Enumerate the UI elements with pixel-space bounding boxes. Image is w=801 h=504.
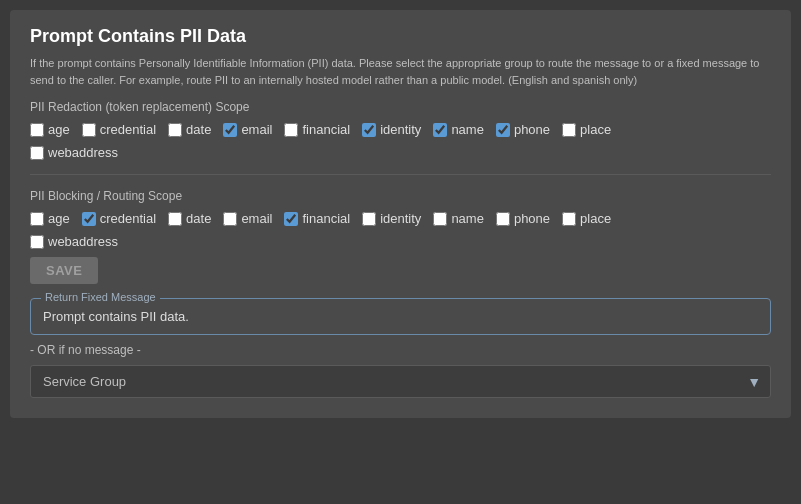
- redaction-credential-checkbox[interactable]: [82, 123, 96, 137]
- blocking-second-row: webaddress: [30, 234, 771, 249]
- redaction-email-item: email: [223, 122, 272, 137]
- blocking-date-label[interactable]: date: [186, 211, 211, 226]
- section-divider: [30, 174, 771, 175]
- service-group-select[interactable]: Service Group: [30, 365, 771, 398]
- blocking-date-item: date: [168, 211, 211, 226]
- fixed-message-label: Return Fixed Message: [41, 291, 160, 303]
- blocking-webaddress-checkbox[interactable]: [30, 235, 44, 249]
- blocking-section-label: PII Blocking / Routing Scope: [30, 189, 771, 203]
- redaction-financial-item: financial: [284, 122, 350, 137]
- blocking-place-checkbox[interactable]: [562, 212, 576, 226]
- redaction-name-label[interactable]: name: [451, 122, 484, 137]
- blocking-credential-item: credential: [82, 211, 156, 226]
- blocking-webaddress-label[interactable]: webaddress: [48, 234, 118, 249]
- redaction-age-label[interactable]: age: [48, 122, 70, 137]
- blocking-email-item: email: [223, 211, 272, 226]
- blocking-email-checkbox[interactable]: [223, 212, 237, 226]
- blocking-phone-label[interactable]: phone: [514, 211, 550, 226]
- blocking-age-label[interactable]: age: [48, 211, 70, 226]
- redaction-identity-item: identity: [362, 122, 421, 137]
- redaction-webaddress-checkbox[interactable]: [30, 146, 44, 160]
- blocking-place-item: place: [562, 211, 611, 226]
- redaction-name-checkbox[interactable]: [433, 123, 447, 137]
- blocking-place-label[interactable]: place: [580, 211, 611, 226]
- redaction-email-checkbox[interactable]: [223, 123, 237, 137]
- redaction-place-item: place: [562, 122, 611, 137]
- blocking-phone-item: phone: [496, 211, 550, 226]
- redaction-phone-checkbox[interactable]: [496, 123, 510, 137]
- redaction-second-row: webaddress: [30, 145, 771, 160]
- blocking-webaddress-item: webaddress: [30, 234, 118, 249]
- redaction-financial-checkbox[interactable]: [284, 123, 298, 137]
- blocking-identity-checkbox[interactable]: [362, 212, 376, 226]
- blocking-name-item: name: [433, 211, 484, 226]
- redaction-name-item: name: [433, 122, 484, 137]
- blocking-credential-checkbox[interactable]: [82, 212, 96, 226]
- redaction-date-item: date: [168, 122, 211, 137]
- redaction-webaddress-label[interactable]: webaddress: [48, 145, 118, 160]
- redaction-identity-label[interactable]: identity: [380, 122, 421, 137]
- blocking-name-checkbox[interactable]: [433, 212, 447, 226]
- redaction-financial-label[interactable]: financial: [302, 122, 350, 137]
- blocking-credential-label[interactable]: credential: [100, 211, 156, 226]
- blocking-financial-item: financial: [284, 211, 350, 226]
- fixed-message-container: Return Fixed Message: [30, 298, 771, 335]
- redaction-email-label[interactable]: email: [241, 122, 272, 137]
- blocking-date-checkbox[interactable]: [168, 212, 182, 226]
- service-group-wrapper: Service Group ▼: [30, 365, 771, 398]
- blocking-financial-label[interactable]: financial: [302, 211, 350, 226]
- blocking-financial-checkbox[interactable]: [284, 212, 298, 226]
- redaction-section-label: PII Redaction (token replacement) Scope: [30, 100, 771, 114]
- or-label: - OR if no message -: [30, 343, 771, 357]
- save-button[interactable]: SAVE: [30, 257, 98, 284]
- redaction-place-label[interactable]: place: [580, 122, 611, 137]
- redaction-date-checkbox[interactable]: [168, 123, 182, 137]
- main-panel: Prompt Contains PII Data If the prompt c…: [10, 10, 791, 418]
- redaction-place-checkbox[interactable]: [562, 123, 576, 137]
- redaction-checkbox-row: age credential date email financial iden…: [30, 122, 771, 137]
- redaction-age-item: age: [30, 122, 70, 137]
- page-title: Prompt Contains PII Data: [30, 26, 771, 47]
- redaction-credential-item: credential: [82, 122, 156, 137]
- blocking-identity-item: identity: [362, 211, 421, 226]
- redaction-credential-label[interactable]: credential: [100, 122, 156, 137]
- redaction-phone-item: phone: [496, 122, 550, 137]
- blocking-email-label[interactable]: email: [241, 211, 272, 226]
- description-text: If the prompt contains Personally Identi…: [30, 55, 771, 88]
- blocking-checkbox-row: age credential date email financial iden…: [30, 211, 771, 226]
- redaction-date-label[interactable]: date: [186, 122, 211, 137]
- blocking-identity-label[interactable]: identity: [380, 211, 421, 226]
- blocking-phone-checkbox[interactable]: [496, 212, 510, 226]
- fixed-message-input[interactable]: [43, 309, 758, 324]
- blocking-age-item: age: [30, 211, 70, 226]
- redaction-phone-label[interactable]: phone: [514, 122, 550, 137]
- redaction-age-checkbox[interactable]: [30, 123, 44, 137]
- redaction-webaddress-item: webaddress: [30, 145, 118, 160]
- redaction-identity-checkbox[interactable]: [362, 123, 376, 137]
- blocking-age-checkbox[interactable]: [30, 212, 44, 226]
- blocking-name-label[interactable]: name: [451, 211, 484, 226]
